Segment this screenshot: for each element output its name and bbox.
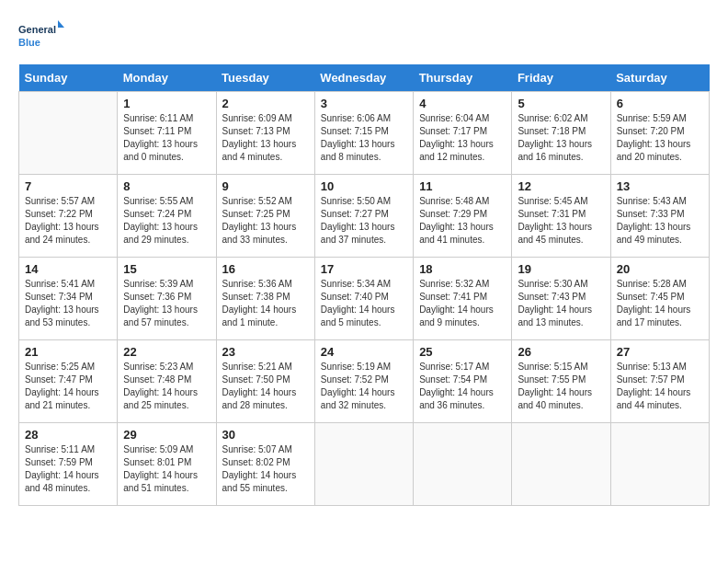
- logo: General Blue: [18, 18, 64, 55]
- day-number: 22: [123, 345, 210, 359]
- week-row-2: 7Sunrise: 5:57 AM Sunset: 7:22 PM Daylig…: [19, 175, 710, 258]
- day-number: 2: [222, 97, 309, 110]
- day-cell: 14Sunrise: 5:41 AM Sunset: 7:34 PM Dayli…: [19, 258, 118, 340]
- day-number: 20: [617, 262, 703, 276]
- day-info: Sunrise: 5:32 AM Sunset: 7:41 PM Dayligh…: [419, 278, 506, 329]
- day-info: Sunrise: 6:04 AM Sunset: 7:17 PM Dayligh…: [419, 112, 506, 164]
- day-number: 25: [419, 345, 506, 359]
- day-cell: 21Sunrise: 5:25 AM Sunset: 7:47 PM Dayli…: [19, 340, 118, 423]
- day-number: 21: [25, 345, 111, 359]
- week-row-4: 21Sunrise: 5:25 AM Sunset: 7:47 PM Dayli…: [19, 340, 710, 423]
- calendar-table: SundayMondayTuesdayWednesdayThursdayFrid…: [18, 64, 710, 506]
- day-cell: [19, 92, 118, 175]
- day-number: 18: [419, 262, 506, 276]
- day-info: Sunrise: 5:15 AM Sunset: 7:55 PM Dayligh…: [518, 361, 604, 412]
- day-cell: 4Sunrise: 6:04 AM Sunset: 7:17 PM Daylig…: [414, 92, 512, 175]
- day-cell: [314, 423, 413, 506]
- day-cell: 25Sunrise: 5:17 AM Sunset: 7:54 PM Dayli…: [414, 340, 512, 423]
- day-info: Sunrise: 6:02 AM Sunset: 7:18 PM Dayligh…: [518, 112, 604, 164]
- day-cell: [414, 423, 512, 506]
- day-number: 30: [222, 428, 309, 442]
- day-cell: 15Sunrise: 5:39 AM Sunset: 7:36 PM Dayli…: [118, 258, 216, 340]
- day-info: Sunrise: 5:39 AM Sunset: 7:36 PM Dayligh…: [123, 278, 210, 329]
- day-info: Sunrise: 5:52 AM Sunset: 7:25 PM Dayligh…: [222, 195, 309, 247]
- day-number: 16: [222, 262, 309, 276]
- day-number: 24: [321, 345, 407, 359]
- svg-text:General: General: [18, 24, 56, 35]
- day-cell: 22Sunrise: 5:23 AM Sunset: 7:48 PM Dayli…: [118, 340, 216, 423]
- day-info: Sunrise: 5:25 AM Sunset: 7:47 PM Dayligh…: [25, 361, 111, 412]
- day-number: 9: [222, 179, 309, 193]
- day-cell: [512, 423, 610, 506]
- day-cell: 26Sunrise: 5:15 AM Sunset: 7:55 PM Dayli…: [512, 340, 610, 423]
- day-number: 29: [123, 428, 210, 442]
- day-cell: 18Sunrise: 5:32 AM Sunset: 7:41 PM Dayli…: [414, 258, 512, 340]
- day-info: Sunrise: 5:48 AM Sunset: 7:29 PM Dayligh…: [419, 195, 506, 247]
- day-cell: 17Sunrise: 5:34 AM Sunset: 7:40 PM Dayli…: [314, 258, 413, 340]
- day-info: Sunrise: 5:50 AM Sunset: 7:27 PM Dayligh…: [321, 195, 407, 247]
- header: General Blue: [18, 18, 710, 55]
- day-number: 19: [518, 262, 604, 276]
- day-cell: 10Sunrise: 5:50 AM Sunset: 7:27 PM Dayli…: [314, 175, 413, 258]
- day-info: Sunrise: 5:43 AM Sunset: 7:33 PM Dayligh…: [617, 195, 703, 247]
- weekday-header-row: SundayMondayTuesdayWednesdayThursdayFrid…: [19, 64, 710, 92]
- day-cell: 2Sunrise: 6:09 AM Sunset: 7:13 PM Daylig…: [216, 92, 314, 175]
- day-number: 1: [123, 97, 210, 110]
- svg-marker-1: [58, 20, 64, 28]
- weekday-header-tuesday: Tuesday: [216, 64, 314, 92]
- day-info: Sunrise: 5:23 AM Sunset: 7:48 PM Dayligh…: [123, 361, 210, 412]
- day-cell: 20Sunrise: 5:28 AM Sunset: 7:45 PM Dayli…: [610, 258, 709, 340]
- day-cell: 6Sunrise: 5:59 AM Sunset: 7:20 PM Daylig…: [610, 92, 709, 175]
- day-cell: 16Sunrise: 5:36 AM Sunset: 7:38 PM Dayli…: [216, 258, 314, 340]
- day-cell: 12Sunrise: 5:45 AM Sunset: 7:31 PM Dayli…: [512, 175, 610, 258]
- day-number: 28: [25, 428, 111, 442]
- day-number: 3: [321, 97, 407, 110]
- day-info: Sunrise: 5:28 AM Sunset: 7:45 PM Dayligh…: [617, 278, 703, 329]
- day-number: 17: [321, 262, 407, 276]
- day-cell: 8Sunrise: 5:55 AM Sunset: 7:24 PM Daylig…: [118, 175, 216, 258]
- weekday-header-saturday: Saturday: [610, 64, 709, 92]
- day-info: Sunrise: 6:11 AM Sunset: 7:11 PM Dayligh…: [123, 112, 210, 164]
- day-cell: 27Sunrise: 5:13 AM Sunset: 7:57 PM Dayli…: [610, 340, 709, 423]
- day-info: Sunrise: 5:59 AM Sunset: 7:20 PM Dayligh…: [617, 112, 703, 164]
- day-info: Sunrise: 6:09 AM Sunset: 7:13 PM Dayligh…: [222, 112, 309, 164]
- week-row-1: 1Sunrise: 6:11 AM Sunset: 7:11 PM Daylig…: [19, 92, 710, 175]
- day-cell: 19Sunrise: 5:30 AM Sunset: 7:43 PM Dayli…: [512, 258, 610, 340]
- week-row-3: 14Sunrise: 5:41 AM Sunset: 7:34 PM Dayli…: [19, 258, 710, 340]
- day-info: Sunrise: 5:45 AM Sunset: 7:31 PM Dayligh…: [518, 195, 604, 247]
- day-info: Sunrise: 5:21 AM Sunset: 7:50 PM Dayligh…: [222, 361, 309, 412]
- day-cell: 28Sunrise: 5:11 AM Sunset: 7:59 PM Dayli…: [19, 423, 118, 506]
- weekday-header-monday: Monday: [118, 64, 216, 92]
- day-cell: 30Sunrise: 5:07 AM Sunset: 8:02 PM Dayli…: [216, 423, 314, 506]
- day-cell: 24Sunrise: 5:19 AM Sunset: 7:52 PM Dayli…: [314, 340, 413, 423]
- day-cell: [610, 423, 709, 506]
- svg-text:Blue: Blue: [18, 37, 40, 48]
- day-cell: 7Sunrise: 5:57 AM Sunset: 7:22 PM Daylig…: [19, 175, 118, 258]
- day-info: Sunrise: 5:13 AM Sunset: 7:57 PM Dayligh…: [617, 361, 703, 412]
- day-number: 23: [222, 345, 309, 359]
- day-number: 27: [617, 345, 703, 359]
- day-cell: 9Sunrise: 5:52 AM Sunset: 7:25 PM Daylig…: [216, 175, 314, 258]
- day-number: 7: [25, 179, 111, 193]
- day-info: Sunrise: 5:57 AM Sunset: 7:22 PM Dayligh…: [25, 195, 111, 247]
- day-number: 14: [25, 262, 111, 276]
- day-info: Sunrise: 5:17 AM Sunset: 7:54 PM Dayligh…: [419, 361, 506, 412]
- logo-svg: General Blue: [18, 18, 64, 55]
- day-number: 13: [617, 179, 703, 193]
- day-info: Sunrise: 5:55 AM Sunset: 7:24 PM Dayligh…: [123, 195, 210, 247]
- day-info: Sunrise: 5:34 AM Sunset: 7:40 PM Dayligh…: [321, 278, 407, 329]
- weekday-header-sunday: Sunday: [19, 64, 118, 92]
- day-cell: 3Sunrise: 6:06 AM Sunset: 7:15 PM Daylig…: [314, 92, 413, 175]
- day-number: 10: [321, 179, 407, 193]
- day-number: 6: [617, 97, 703, 110]
- day-info: Sunrise: 5:41 AM Sunset: 7:34 PM Dayligh…: [25, 278, 111, 329]
- day-info: Sunrise: 5:09 AM Sunset: 8:01 PM Dayligh…: [123, 443, 210, 495]
- day-number: 11: [419, 179, 506, 193]
- day-info: Sunrise: 5:19 AM Sunset: 7:52 PM Dayligh…: [321, 361, 407, 412]
- day-info: Sunrise: 5:11 AM Sunset: 7:59 PM Dayligh…: [25, 443, 111, 495]
- week-row-5: 28Sunrise: 5:11 AM Sunset: 7:59 PM Dayli…: [19, 423, 710, 506]
- day-number: 15: [123, 262, 210, 276]
- day-number: 4: [419, 97, 506, 110]
- day-info: Sunrise: 5:30 AM Sunset: 7:43 PM Dayligh…: [518, 278, 604, 329]
- day-cell: 1Sunrise: 6:11 AM Sunset: 7:11 PM Daylig…: [118, 92, 216, 175]
